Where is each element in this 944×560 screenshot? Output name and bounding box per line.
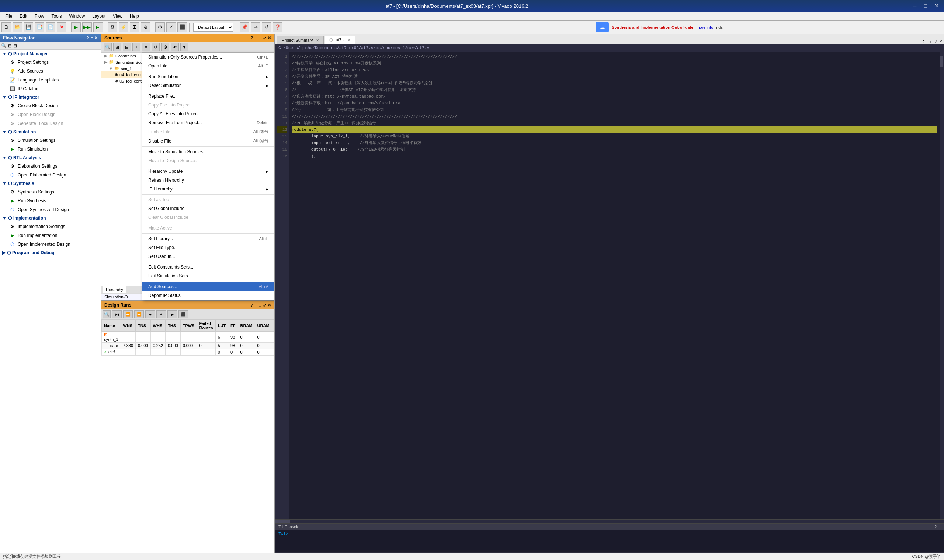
ctx-sim-only-props[interactable]: Simulation-Only Sources Properties... Ct… bbox=[142, 53, 274, 62]
ctx-copy-all-files[interactable]: Copy All Files Into Project bbox=[142, 109, 274, 118]
dr-row-synth1-sub[interactable]: f-date 7.380 0.000 0.252 0.000 0.000 0 5… bbox=[102, 343, 275, 349]
tcl-dash-btn[interactable]: ─ bbox=[938, 525, 941, 529]
nav-run-impl[interactable]: ▶ Run Implementation bbox=[0, 231, 101, 240]
dr-nav-next-btn[interactable]: ⏩ bbox=[134, 310, 144, 318]
src-settings-btn[interactable]: ⚙ bbox=[161, 43, 169, 51]
src-expand-btn[interactable]: ⊞ bbox=[113, 43, 121, 51]
delete-button[interactable]: ✕ bbox=[57, 23, 66, 32]
nav-language-templates[interactable]: 📝 Language Templates bbox=[0, 75, 101, 85]
section-synthesis[interactable]: ▼ ⬡ Synthesis bbox=[0, 179, 101, 188]
menu-file[interactable]: File bbox=[2, 13, 16, 20]
dr-dash-btn[interactable]: ─ bbox=[255, 303, 258, 308]
dr-stop-btn[interactable]: ⬛ bbox=[179, 310, 188, 318]
src-show-btn[interactable]: 👁 bbox=[171, 43, 179, 51]
dr-nav-prev-btn[interactable]: ⏪ bbox=[123, 310, 133, 318]
hierarchy-tab[interactable]: Hierarchy bbox=[102, 286, 126, 293]
nav-expand-btn[interactable]: ≡ bbox=[91, 36, 93, 40]
dr-question-btn[interactable]: ? bbox=[251, 303, 253, 308]
tab-at7v-close[interactable]: ✕ bbox=[348, 38, 351, 42]
bitstream-button[interactable]: Σ bbox=[130, 23, 139, 32]
section-implementation[interactable]: ▼ ⬡ Implementation bbox=[0, 214, 101, 222]
editor-max-btn[interactable]: □ bbox=[930, 39, 933, 44]
tab-project-summary[interactable]: Project Summary ✕ bbox=[277, 36, 324, 44]
open-button[interactable]: 📂 bbox=[12, 23, 22, 32]
dr-search-btn[interactable]: 🔍 bbox=[102, 310, 111, 318]
run-all-button[interactable]: ▶▶ bbox=[82, 23, 92, 32]
editor-float-btn[interactable]: ⤢ bbox=[935, 39, 938, 44]
nav-elaboration-settings[interactable]: ⚙ Elaboration Settings bbox=[0, 162, 101, 171]
ctx-set-file-type[interactable]: Set File Type... bbox=[142, 243, 274, 252]
ctx-report-ip-status[interactable]: Report IP Status bbox=[142, 291, 274, 300]
src-refresh-btn[interactable]: ↺ bbox=[151, 43, 160, 51]
tab-project-summary-close[interactable]: ✕ bbox=[316, 38, 319, 42]
col-uram[interactable]: URAM bbox=[255, 320, 272, 332]
maximize-button[interactable]: □ bbox=[922, 2, 929, 9]
nav-generate-block-design[interactable]: ⚙ Generate Block Design bbox=[0, 119, 101, 128]
col-lut[interactable]: LUT bbox=[215, 320, 228, 332]
col-name[interactable]: Name bbox=[102, 320, 121, 332]
ctx-add-sources[interactable]: Add Sources... Alt+A bbox=[142, 282, 274, 291]
tab-at7v[interactable]: ⬡ at7.v ✕ bbox=[324, 36, 355, 44]
section-simulation[interactable]: ▼ ⬡ Simulation bbox=[0, 128, 101, 136]
ctx-edit-constraints-sets[interactable]: Edit Constraints Sets... bbox=[142, 263, 274, 272]
ctx-set-used-in[interactable]: Set Used In... bbox=[142, 252, 274, 261]
route-button[interactable]: ⇒ bbox=[251, 23, 260, 32]
nav-impl-settings[interactable]: ⚙ Implementation Settings bbox=[0, 222, 101, 231]
ctx-set-library[interactable]: Set Library... Alt+L bbox=[142, 234, 274, 243]
close-button[interactable]: ✕ bbox=[932, 2, 941, 9]
dr-add-run-btn[interactable]: + bbox=[156, 310, 166, 318]
col-bram[interactable]: BRAM bbox=[238, 320, 255, 332]
check-button[interactable]: ✓ bbox=[166, 23, 176, 32]
run-step-button[interactable]: ▶| bbox=[93, 23, 103, 32]
col-dsp[interactable]: DSP bbox=[272, 320, 274, 332]
ctx-refresh-hierarchy[interactable]: Refresh Hierarchy bbox=[142, 176, 274, 185]
nav-open-impl-design[interactable]: ⬡ Open Implemented Design bbox=[0, 240, 101, 249]
dr-row-complete[interactable]: ✓ ete! 0 0 0 0 bbox=[102, 349, 275, 355]
ctx-ip-hierarchy[interactable]: IP Hierarchy ▶ bbox=[142, 185, 274, 194]
col-ff[interactable]: FF bbox=[228, 320, 238, 332]
ctx-replace-file[interactable]: Replace File... bbox=[142, 92, 274, 101]
nav-synthesis-settings[interactable]: ⚙ Synthesis Settings bbox=[0, 188, 101, 196]
layout-dropdown[interactable]: Default Layout bbox=[193, 23, 233, 32]
menu-flow[interactable]: Flow bbox=[31, 13, 48, 20]
dr-launch-btn[interactable]: ▶ bbox=[167, 310, 177, 318]
nav-sim-settings[interactable]: ⚙ Simulation Settings bbox=[0, 136, 101, 145]
save-button[interactable]: 💾 bbox=[23, 23, 33, 32]
ctx-set-global-include[interactable]: Set Global Include bbox=[142, 204, 274, 213]
sources-question-btn[interactable]: ? bbox=[251, 36, 253, 40]
more-info-link[interactable]: more info bbox=[696, 25, 713, 29]
section-rtl-analysis[interactable]: ▼ ⬡ RTL Analysis bbox=[0, 154, 101, 162]
menu-tools[interactable]: Tools bbox=[48, 13, 65, 20]
editor-question-btn[interactable]: ? bbox=[922, 39, 924, 44]
ctx-disable-file[interactable]: Disable File Alt+减号 bbox=[142, 136, 274, 146]
code-hscrollbar[interactable] bbox=[275, 520, 944, 523]
menu-view[interactable]: View bbox=[109, 13, 126, 20]
menu-edit[interactable]: Edit bbox=[16, 13, 31, 20]
ctx-hierarchy-update[interactable]: Hierarchy Update ▶ bbox=[142, 167, 274, 176]
generate-button[interactable]: ⊕ bbox=[141, 23, 150, 32]
ctx-open-file[interactable]: Open File Alt+O bbox=[142, 62, 274, 70]
nav-question-btn[interactable]: ? bbox=[86, 36, 89, 40]
refresh-button[interactable]: ↺ bbox=[262, 23, 271, 32]
col-whs[interactable]: WHS bbox=[150, 320, 165, 332]
impl-button[interactable]: ⚡ bbox=[119, 23, 128, 32]
new-button[interactable]: 🗋 bbox=[2, 23, 11, 32]
ctx-reset-simulation[interactable]: Reset Simulation ▶ bbox=[142, 81, 274, 90]
stop-button[interactable]: ⬛ bbox=[177, 23, 187, 32]
tcl-console-content[interactable]: Tcl> bbox=[275, 530, 944, 552]
save-all-button[interactable]: 📑 bbox=[35, 23, 44, 32]
src-collapse-btn[interactable]: ⊟ bbox=[123, 43, 131, 51]
section-ip-integrator[interactable]: ▼ ⬡ IP Integrator bbox=[0, 93, 101, 101]
nav-close-btn[interactable]: ✕ bbox=[94, 36, 98, 40]
ctx-move-to-sim[interactable]: Move to Simulation Sources bbox=[142, 148, 274, 156]
close-button[interactable]: 📄 bbox=[46, 23, 55, 32]
minimize-button[interactable]: ─ bbox=[911, 2, 919, 9]
nav-search-icon[interactable]: 🔍 bbox=[1, 43, 7, 48]
sources-maximize-btn[interactable]: ⤢ bbox=[263, 36, 266, 40]
help-toolbar-button[interactable]: ❓ bbox=[273, 23, 282, 32]
editor-restore-btn[interactable]: ─ bbox=[926, 39, 929, 44]
nav-open-elab-design[interactable]: ⬡ Open Elaborated Design bbox=[0, 171, 101, 179]
dr-row-synth1[interactable]: ⊡ synth_1 6 98 0 bbox=[102, 332, 275, 343]
section-project-manager[interactable]: ▼ ⬡ Project Manager bbox=[0, 50, 101, 58]
cloud-icon[interactable]: ☁ bbox=[595, 22, 609, 32]
